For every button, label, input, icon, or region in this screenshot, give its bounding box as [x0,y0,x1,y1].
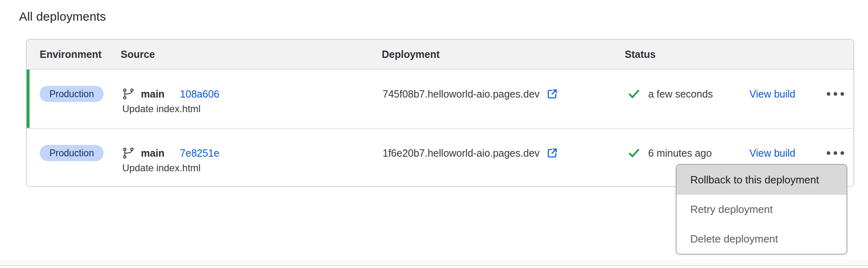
deployment-url: 1f6e20b7.helloworld-aio.pages.dev [383,147,540,159]
table-header-row: Environment Source Deployment Status [27,40,853,70]
status-cell: a few seconds [627,88,713,100]
git-branch-icon [122,147,134,159]
page-bottom-band [0,259,868,265]
column-header-environment: Environment [40,49,102,60]
column-header-deployment: Deployment [382,49,440,60]
external-link-icon[interactable] [546,88,558,100]
check-icon [627,147,641,159]
current-deployment-indicator [27,70,30,128]
deployment-context-menu: Rollback to this deployment Retry deploy… [676,164,847,255]
commit-link[interactable]: 7e8251e [180,147,219,159]
external-link-icon[interactable] [546,147,558,159]
row-menu-button[interactable] [823,88,847,100]
menu-item-rollback[interactable]: Rollback to this deployment [677,165,847,195]
environment-badge: Production [40,145,104,161]
commit-link[interactable]: 108a606 [180,88,219,100]
page-title: All deployments [19,10,106,23]
column-header-source: Source [121,49,155,60]
git-branch-icon [122,88,134,100]
deployment-cell: 1f6e20b7.helloworld-aio.pages.dev [383,147,558,159]
page-bottom-divider [0,265,868,266]
view-build-link[interactable]: View build [749,147,796,159]
source-cell: main 108a606 [122,88,219,100]
ellipsis-icon [827,151,830,155]
deployment-cell: 745f08b7.helloworld-aio.pages.dev [383,88,558,100]
commit-message: Update index.html [122,103,200,115]
environment-badge: Production [40,86,104,102]
menu-item-delete[interactable]: Delete deployment [677,224,847,254]
row-menu-button[interactable] [823,147,847,159]
commit-message: Update index.html [122,162,200,174]
column-header-status: Status [625,49,655,60]
source-cell: main 7e8251e [122,147,219,159]
check-icon [627,88,641,100]
branch-name: main [141,147,164,159]
table-row: Production main 108a606 Update index.htm… [27,70,853,129]
deployment-url: 745f08b7.helloworld-aio.pages.dev [383,88,540,100]
branch-name: main [141,88,164,100]
status-cell: 6 minutes ago [627,147,712,159]
status-time: 6 minutes ago [648,147,712,159]
status-time: a few seconds [648,88,713,100]
view-build-link[interactable]: View build [749,88,796,100]
menu-item-retry[interactable]: Retry deployment [677,195,847,224]
ellipsis-icon [827,92,830,96]
